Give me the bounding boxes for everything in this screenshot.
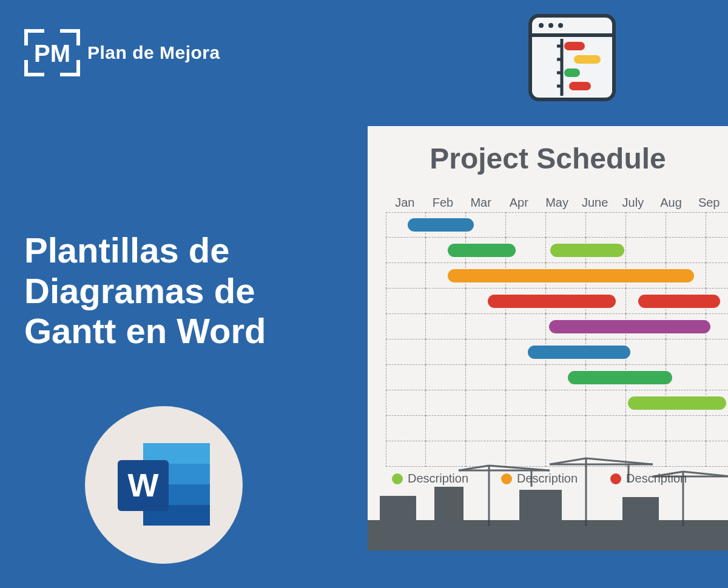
chart-grid-cell bbox=[426, 339, 466, 365]
chart-bar bbox=[550, 244, 624, 257]
chart-grid-cell bbox=[586, 416, 626, 441]
chart-legend-swatch-icon bbox=[392, 473, 403, 484]
svg-point-9 bbox=[539, 23, 544, 28]
chart-month-label: May bbox=[538, 196, 576, 210]
chart-grid-cell bbox=[506, 441, 546, 467]
chart-bar bbox=[488, 295, 616, 308]
chart-legend-label: Description bbox=[517, 472, 578, 486]
chart-month-label: Feb bbox=[424, 196, 462, 210]
project-schedule-card: Project Schedule JanFebMarAprMayJuneJuly… bbox=[368, 126, 728, 550]
svg-text:PM: PM bbox=[34, 40, 70, 67]
chart-month-label: July bbox=[614, 196, 652, 210]
chart-grid-cell bbox=[706, 339, 728, 365]
chart-grid-cell bbox=[426, 416, 466, 441]
chart-grid-cell bbox=[506, 365, 546, 390]
chart-bar bbox=[638, 295, 720, 308]
chart-grid-cell bbox=[506, 390, 546, 416]
svg-text:W: W bbox=[128, 467, 159, 503]
chart-grid-cell bbox=[626, 441, 666, 467]
ms-word-icon: W bbox=[115, 439, 212, 530]
svg-rect-14 bbox=[564, 42, 585, 50]
chart-grid-cell bbox=[506, 314, 546, 339]
svg-rect-24 bbox=[519, 490, 562, 526]
svg-point-10 bbox=[548, 23, 553, 28]
chart-grid-cell bbox=[426, 289, 466, 314]
chart-grid-cell bbox=[386, 238, 426, 263]
chart-grid-cell bbox=[626, 212, 666, 238]
chart-bar bbox=[568, 371, 672, 384]
svg-rect-16 bbox=[574, 55, 601, 64]
chart-grid-cell bbox=[666, 339, 706, 365]
svg-rect-23 bbox=[434, 487, 463, 526]
chart-plot-area bbox=[386, 212, 728, 467]
chart-legend-item: Description bbox=[501, 472, 578, 486]
chart-grid-cell bbox=[466, 390, 506, 416]
chart-grid-cell bbox=[426, 441, 466, 467]
chart-legend-label: Description bbox=[408, 472, 468, 486]
gantt-window-icon bbox=[527, 12, 618, 105]
chart-legend-label: Description bbox=[626, 472, 687, 486]
svg-rect-21 bbox=[368, 520, 728, 550]
brand-mark-icon: PM bbox=[24, 29, 80, 76]
chart-grid-cell bbox=[586, 212, 626, 238]
chart-bar bbox=[408, 218, 474, 232]
brand-logo: PM Plan de Mejora bbox=[24, 29, 220, 76]
chart-grid-cell bbox=[466, 314, 506, 339]
chart-grid-cell bbox=[586, 441, 626, 467]
chart-grid-cell bbox=[426, 390, 466, 416]
chart-grid-cell bbox=[666, 416, 706, 441]
chart-title: Project Schedule bbox=[368, 126, 728, 196]
chart-grid-cell bbox=[506, 212, 546, 238]
construction-silhouette-icon bbox=[368, 453, 728, 550]
chart-grid-cell bbox=[666, 365, 706, 390]
chart-grid-cell bbox=[386, 441, 426, 467]
chart-legend-item: Description bbox=[392, 472, 468, 486]
chart-grid-cell bbox=[626, 238, 666, 263]
chart-grid-cell bbox=[706, 441, 728, 467]
chart-grid-cell bbox=[506, 416, 546, 441]
chart-grid-cell bbox=[546, 212, 586, 238]
chart-grid-cell bbox=[546, 390, 586, 416]
chart-x-axis: JanFebMarAprMayJuneJulyAugSep bbox=[386, 196, 728, 210]
svg-rect-25 bbox=[622, 497, 659, 526]
chart-grid-cell bbox=[546, 441, 586, 467]
page-title: Plantillas de Diagramas de Gantt en Word bbox=[24, 230, 340, 352]
chart-grid-cell bbox=[666, 441, 706, 467]
chart-grid-cell bbox=[386, 365, 426, 390]
chart-grid-cell bbox=[426, 365, 466, 390]
chart-grid-cell bbox=[706, 416, 728, 441]
chart-grid-cell bbox=[466, 339, 506, 365]
chart-grid-cell bbox=[386, 314, 426, 339]
svg-point-11 bbox=[558, 23, 563, 28]
chart-grid-cell bbox=[706, 238, 728, 263]
chart-grid-cell bbox=[666, 212, 706, 238]
chart-grid-cell bbox=[386, 416, 426, 441]
chart-bar bbox=[628, 396, 726, 410]
chart-grid-cell bbox=[626, 339, 666, 365]
chart-month-label: Aug bbox=[652, 196, 690, 210]
chart-grid-cell bbox=[426, 314, 466, 339]
chart-grid-cell bbox=[466, 441, 506, 467]
chart-grid-cell bbox=[546, 416, 586, 441]
brand-name: Plan de Mejora bbox=[87, 42, 220, 63]
chart-grid-cell bbox=[386, 289, 426, 314]
chart-bar bbox=[448, 244, 516, 257]
chart-grid-cell bbox=[386, 263, 426, 289]
chart-grid-cell bbox=[666, 238, 706, 263]
svg-rect-18 bbox=[564, 68, 580, 77]
chart-legend-item: Description bbox=[610, 472, 687, 486]
chart-grid-cell bbox=[386, 339, 426, 365]
chart-month-label: Mar bbox=[462, 196, 500, 210]
chart-legend: DescriptionDescriptionDescription bbox=[392, 472, 687, 486]
chart-grid-cell bbox=[706, 365, 728, 390]
chart-month-label: Jan bbox=[386, 196, 424, 210]
chart-grid-cell bbox=[386, 390, 426, 416]
svg-rect-22 bbox=[380, 496, 416, 526]
chart-bar bbox=[448, 269, 694, 282]
chart-legend-swatch-icon bbox=[610, 473, 621, 484]
chart-grid-cell bbox=[586, 390, 626, 416]
chart-grid-cell bbox=[466, 416, 506, 441]
chart-grid-cell bbox=[706, 212, 728, 238]
chart-bar bbox=[528, 346, 630, 359]
chart-legend-swatch-icon bbox=[501, 473, 512, 484]
